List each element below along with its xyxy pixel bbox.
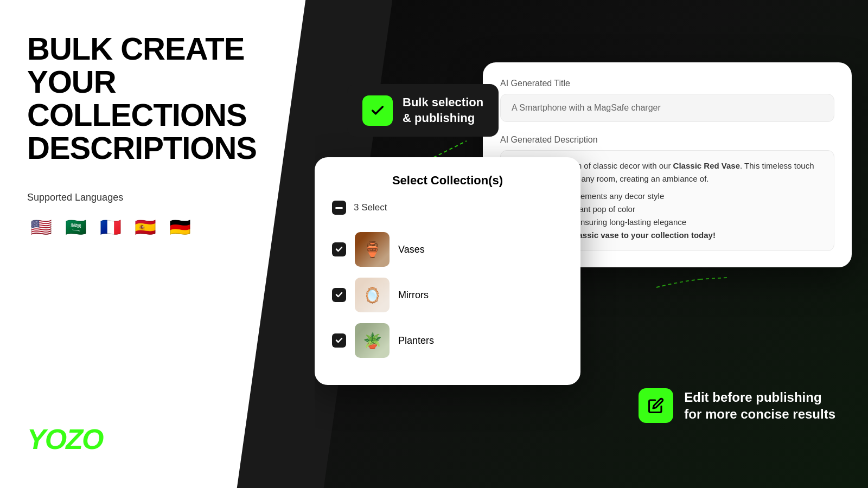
edit-icon-box xyxy=(639,388,673,423)
collections-card-title: Select Collection(s) xyxy=(332,174,563,188)
checkbox-indeterminate[interactable] xyxy=(332,201,346,215)
checkbox-mirrors[interactable] xyxy=(332,288,346,302)
bulk-icon-box xyxy=(362,95,393,126)
flag-es: 🇪🇸 xyxy=(131,213,159,241)
supported-languages-label: Supported Languages xyxy=(27,192,288,203)
flag-sa: 🇸🇦 xyxy=(62,213,90,241)
left-panel: BULK CREATE YOUR COLLECTIONS DESCRIPTION… xyxy=(0,0,315,488)
flag-us: 🇺🇸 xyxy=(27,213,55,241)
edit-icon xyxy=(648,397,664,414)
checkbox-vases[interactable] xyxy=(332,242,346,256)
flag-de: 🇩🇪 xyxy=(166,213,194,241)
bulk-banner-text: Bulk selection& publishing xyxy=(403,95,483,126)
vases-label: Vases xyxy=(398,244,425,255)
mirrors-label: Mirrors xyxy=(398,290,429,301)
check-planters-icon xyxy=(335,337,343,344)
select-all-label: 3 Select xyxy=(354,202,387,213)
planters-thumbnail: 🪴 xyxy=(355,323,390,358)
main-headline: BULK CREATE YOUR COLLECTIONS DESCRIPTION… xyxy=(27,33,288,165)
collection-item-planters[interactable]: 🪴 Planters xyxy=(332,318,563,363)
check-vases-icon xyxy=(335,246,343,253)
check-icon xyxy=(370,103,385,118)
bulk-selection-banner: Bulk selection& publishing xyxy=(347,84,499,137)
logo: YOZO xyxy=(27,423,288,455)
flag-fr: 🇫🇷 xyxy=(97,213,125,241)
select-all-row[interactable]: 3 Select xyxy=(332,198,563,217)
flags-row: 🇺🇸 🇸🇦 🇫🇷 🇪🇸 🇩🇪 xyxy=(27,213,288,241)
edit-banner: Edit before publishingfor more concise r… xyxy=(639,388,835,423)
right-panel: Bulk selection& publishing Select Collec… xyxy=(315,0,868,488)
collections-card: Select Collection(s) 3 Select 🏺 Vases xyxy=(315,157,580,385)
planters-label: Planters xyxy=(398,335,434,346)
check-mirrors-icon xyxy=(335,291,343,299)
vases-thumbnail: 🏺 xyxy=(355,232,390,267)
collection-item-vases[interactable]: 🏺 Vases xyxy=(332,227,563,272)
checkbox-planters[interactable] xyxy=(332,333,346,348)
mirrors-thumbnail: 🪞 xyxy=(355,278,390,312)
ai-description-label: AI Generated Description xyxy=(500,135,834,145)
collection-item-mirrors[interactable]: 🪞 Mirrors xyxy=(332,272,563,318)
edit-banner-text: Edit before publishingfor more concise r… xyxy=(684,389,835,422)
ai-title-label: AI Generated Title xyxy=(500,79,834,88)
ai-title-value[interactable]: A Smartphone with a MagSafe charger xyxy=(500,94,834,122)
